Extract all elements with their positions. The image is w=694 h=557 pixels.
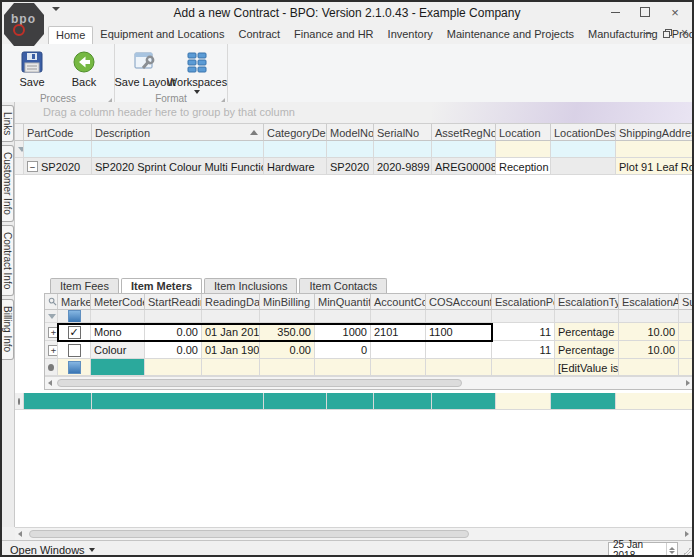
grid-cell[interactable]: SP2020 Sprint Colour Multi Functional Co… [92,158,264,175]
column-header-serialno[interactable]: SerialNo [374,124,432,141]
grid-cell[interactable]: 10.00 [619,341,679,359]
detail-scrollbar[interactable] [45,376,693,389]
ribbon-tab-maintenance-and-projects[interactable]: Maintenance and Projects [440,26,581,44]
grid-cell[interactable]: 10.00 [619,323,679,341]
grid-cell[interactable] [492,310,555,323]
open-windows-button[interactable]: Open Windows [10,544,95,556]
mdi-minimize-icon[interactable] [645,33,653,34]
sidebar-tab-customer-info[interactable]: Customer Info [2,145,14,222]
scrollbar-thumb[interactable] [29,530,469,538]
ribbon-tab-equipment-and-locations[interactable]: Equipment and Locations [93,26,231,44]
grid-cell[interactable] [679,341,694,359]
grid-cell[interactable] [432,141,496,158]
grid-cell[interactable] [315,310,371,323]
grid-cell[interactable] [145,310,202,323]
grid-cell[interactable] [15,393,24,410]
grid-cell[interactable] [24,141,92,158]
grid-cell[interactable] [260,310,315,323]
column-header-partcode[interactable]: PartCode [24,124,92,141]
grid-cell[interactable]: ✓ [58,323,91,341]
grid-cell[interactable] [371,359,426,376]
grid-cell[interactable] [371,310,426,323]
column-header-modelno[interactable]: ModelNo [327,124,374,141]
grid-cell[interactable] [616,393,694,410]
back-button[interactable]: Back [58,47,110,88]
grid-cell[interactable]: 0 [315,341,371,359]
grid-cell[interactable] [145,359,202,376]
grid-cell[interactable]: 11 [492,323,555,341]
grid-cell[interactable] [58,310,91,323]
grid-cell[interactable]: Hardware [264,158,327,175]
resize-grip[interactable] [681,547,691,557]
grid-cell[interactable] [374,393,432,410]
save-button[interactable]: Save [6,47,58,88]
grid-cell[interactable] [551,158,616,175]
grid-cell[interactable]: AREG000083 [432,158,496,175]
grid-cell[interactable] [24,393,92,410]
detail-tab-item-inclusions[interactable]: Item Inclusions [204,278,297,293]
mdi-restore-icon[interactable] [663,29,671,37]
grid-cell[interactable]: 01 Jan 1900 [202,341,260,359]
grid-cell[interactable]: 2101 [371,323,426,341]
grid-cell[interactable] [58,341,91,359]
date-spinner[interactable] [666,543,677,557]
date-editor[interactable]: 25 Jan 2018 [608,542,678,557]
grid-cell[interactable]: SP2020 [327,158,374,175]
group-by-panel[interactable]: Drag a column header here to group by th… [15,102,692,124]
grid-cell[interactable] [92,393,264,410]
column-header-accountcode[interactable]: AccountCode [371,294,426,310]
column-header-startreading[interactable]: StartReading [145,294,202,310]
grid-cell[interactable] [426,359,492,376]
grid-cell[interactable] [619,310,679,323]
grid-cell[interactable]: + [45,341,58,359]
detail-tab-item-contacts[interactable]: Item Contacts [299,278,387,293]
detail-scroll-left-icon[interactable] [48,380,52,386]
mdi-close-icon[interactable]: × [681,28,688,38]
grid-cell[interactable]: 2020-9899 [374,158,432,175]
checkbox-checked[interactable]: ✓ [68,326,81,339]
horizontal-scrollbar[interactable] [15,527,692,541]
grid-cell[interactable]: Plot 91 Leaf Road, Fo [616,158,694,175]
column-header-location[interactable]: Location [496,124,551,141]
sidebar-tab-contract-info[interactable]: Contract Info [2,225,14,296]
grid-cell[interactable] [374,141,432,158]
workspaces-button[interactable]: Workspaces [171,47,223,94]
column-header-supp[interactable]: Supp [679,294,694,310]
grid-cell[interactable] [202,359,260,376]
grid-cell[interactable] [15,158,24,175]
checkbox-indeterminate[interactable] [68,310,81,323]
column-header-assetregno[interactable]: AssetRegNo [432,124,496,141]
grid-cell[interactable] [551,141,616,158]
grid-cell[interactable] [432,393,496,410]
grid-cell[interactable] [555,310,619,323]
grid-cell[interactable] [426,341,492,359]
grid-cell[interactable] [496,141,551,158]
grid-cell[interactable] [616,141,694,158]
grid-cell[interactable]: Percentage [555,341,619,359]
grid-cell[interactable]: + [45,323,58,341]
magnifier-icon[interactable] [48,296,57,308]
ribbon-tab-inventory[interactable]: Inventory [381,26,440,44]
grid-cell[interactable] [619,359,679,376]
grid-cell[interactable] [202,310,260,323]
column-header-locationdesc[interactable]: LocationDesc [551,124,616,141]
grid-cell[interactable]: 0.00 [145,323,202,341]
column-header-shippingaddress[interactable]: ShippingAddress [616,124,694,141]
column-header-escalationamount[interactable]: EscalationAmount [619,294,679,310]
grid-cell[interactable]: Colour [91,341,145,359]
expand-row-icon[interactable]: + [48,327,58,338]
grid-cell[interactable]: 1000 [315,323,371,341]
column-header-marked[interactable]: Marked [58,294,91,310]
grid-cell[interactable]: 350.00 [260,323,315,341]
sidebar-tab-billing-info[interactable]: Billing Info [2,299,14,359]
column-header-indicator[interactable] [15,124,24,141]
column-header-categorydesc[interactable]: CategoryDesc [264,124,327,141]
checkbox-indeterminate[interactable] [68,361,81,374]
grid-cell[interactable]: −SP2020 [24,158,92,175]
checkbox-unchecked[interactable] [68,344,81,357]
column-header-readingdate[interactable]: ReadingDate [202,294,260,310]
grid-cell[interactable] [58,359,91,376]
column-header-minbilling[interactable]: MinBilling [260,294,315,310]
collapse-row-icon[interactable]: − [27,161,38,172]
column-header-escalationtype[interactable]: EscalationType [555,294,619,310]
